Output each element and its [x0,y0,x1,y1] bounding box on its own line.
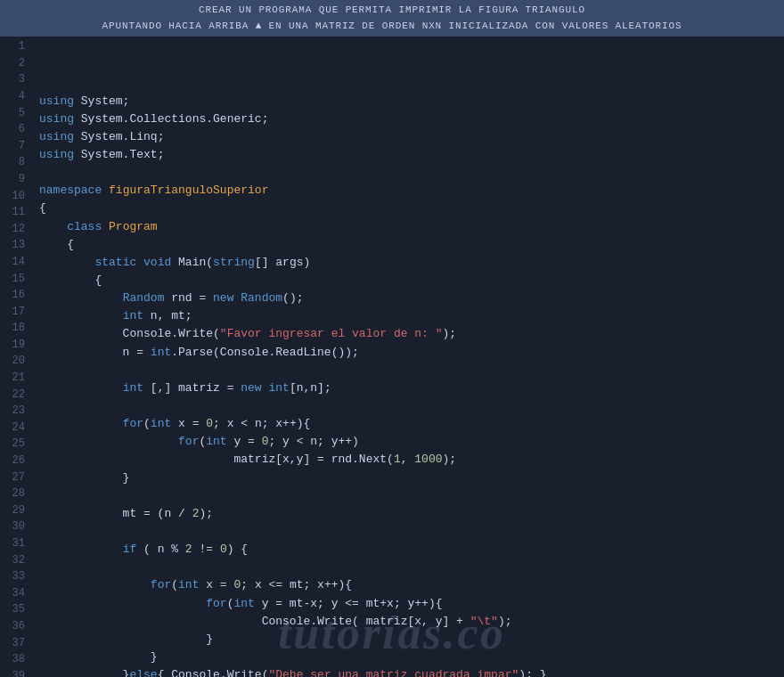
line-number: 13 [0,237,25,254]
line-number: 15 [0,271,25,288]
line-number: 29 [0,502,25,519]
code-line: using System.Linq; [39,128,784,146]
code-line [39,38,784,56]
line-number: 18 [0,320,25,337]
line-number: 30 [0,518,25,535]
line-number: 8 [0,154,25,171]
code-line: Console.Write( matriz[x, y] + "\t"); [39,613,784,631]
line-number: 5 [0,105,25,122]
line-number: 37 [0,635,25,652]
code-line: for(int x = 0; x <= mt; x++){ [39,576,784,594]
code-line: } [39,648,784,666]
code-line: using System; [39,93,784,110]
header-line2: APUNTANDO HACIA ARRIBA ▲ EN UNA MATRIZ D… [7,19,777,35]
line-number: 31 [0,535,25,552]
code-line: n = int.Parse(Console.ReadLine()); [39,344,784,362]
code-line: for(int x = 0; x < n; x++){ [39,415,784,433]
line-number: 11 [0,204,25,221]
code-line: static void Main(string[] args) [39,254,784,272]
line-number: 3 [0,71,25,88]
code-line: }else{ Console.Write("Debe ser una matri… [39,666,784,677]
code-line: if ( n % 2 != 0) { [39,541,784,559]
code-editor: CREAR UN PROGRAMA QUE PERMITA IMPRIMIR L… [0,0,784,677]
line-number: 28 [0,485,25,502]
header-comment: CREAR UN PROGRAMA QUE PERMITA IMPRIMIR L… [0,0,784,37]
line-number: 38 [0,651,25,668]
code-line: } [39,469,784,487]
code-line: class Program [39,218,784,236]
line-number: 4 [0,88,25,105]
code-line: using System.Text; [39,146,784,164]
line-number: 24 [0,420,25,436]
code-line: mt = (n / 2); [39,505,784,523]
code-area: 1234567891011121314151617181920212223242… [0,37,784,677]
code-content[interactable]: using System;using System.Collections.Ge… [32,37,784,677]
line-number: 26 [0,453,25,469]
line-number: 39 [0,668,25,677]
code-line [39,397,784,415]
line-number: 12 [0,221,25,238]
code-line [39,487,784,505]
header-line1: CREAR UN PROGRAMA QUE PERMITA IMPRIMIR L… [7,3,777,19]
line-number: 34 [0,585,25,602]
code-line [39,362,784,379]
code-line: int n, mt; [39,307,784,325]
code-line: int [,] matriz = new int[n,n]; [39,379,784,397]
line-number: 9 [0,171,25,188]
line-number: 36 [0,618,25,635]
line-number: 35 [0,601,25,618]
code-line: { [39,200,784,217]
line-number: 20 [0,353,25,370]
line-number: 17 [0,304,25,321]
code-line: } [39,631,784,648]
line-number: 19 [0,337,25,354]
line-number: 25 [0,436,25,453]
code-line: { [39,272,784,290]
line-numbers: 1234567891011121314151617181920212223242… [0,37,32,677]
line-number: 14 [0,254,25,271]
code-line: using System.Collections.Generic; [39,110,784,128]
code-line: { [39,236,784,254]
code-line: for(int y = 0; y < n; y++) [39,433,784,451]
code-line [39,164,784,182]
line-number: 27 [0,469,25,486]
line-number: 7 [0,138,25,155]
line-number: 32 [0,552,25,569]
code-line: Random rnd = new Random(); [39,290,784,307]
code-line: namespace figuraTrianguloSuperior [39,182,784,200]
line-number: 16 [0,287,25,304]
line-number: 2 [0,55,25,72]
code-line [39,559,784,576]
line-number: 23 [0,403,25,420]
line-number: 33 [0,568,25,585]
code-line: matriz[x,y] = rnd.Next(1, 1000); [39,451,784,469]
code-line: Console.Write("Favor ingresar el valor d… [39,325,784,343]
line-number: 21 [0,370,25,387]
code-line [39,74,784,92]
line-number: 22 [0,387,25,404]
line-number: 1 [0,38,25,55]
line-number: 6 [0,121,25,138]
code-line: for(int y = mt-x; y <= mt+x; y++){ [39,595,784,613]
code-line [39,523,784,541]
line-number: 10 [0,188,25,205]
code-line [39,56,784,74]
